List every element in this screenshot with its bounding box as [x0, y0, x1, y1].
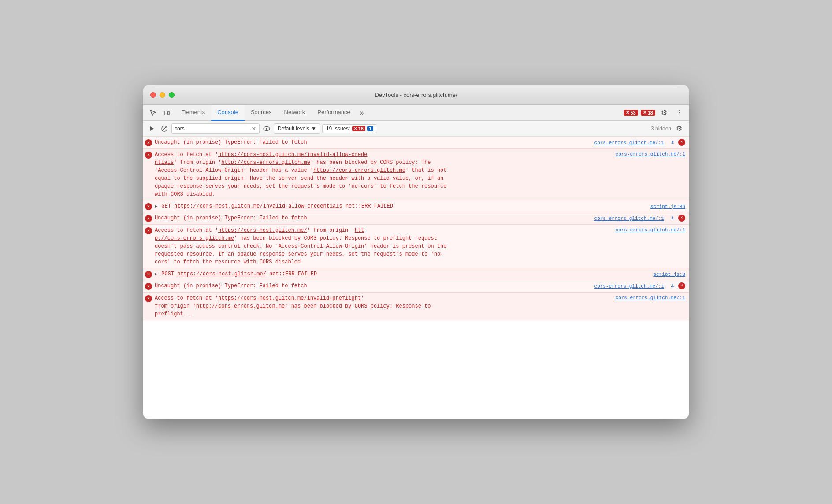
post-link[interactable]: https://cors-host.glitch.me/ — [177, 271, 266, 277]
console-text: ▶ POST https://cors-host.glitch.me/ net:… — [155, 270, 647, 278]
console-source-actions: ⚓ ✕ — [669, 282, 685, 290]
origin-link[interactable]: http://cors-errors.glitch.me — [221, 159, 310, 166]
console-row: ✕ ▶ POST https://cors-host.glitch.me/ ne… — [143, 268, 689, 281]
origin-link-2[interactable]: htt — [355, 227, 364, 233]
issues-badge[interactable]: 19 Issues: ✕ 18 1 — [322, 124, 377, 133]
console-content[interactable]: ✕ Uncaught (in promise) TypeError: Faile… — [143, 137, 689, 419]
warning-badge[interactable]: ✕ 18 — [641, 110, 655, 116]
tab-network[interactable]: Network — [278, 105, 312, 121]
cors-link-2[interactable]: ntials — [155, 159, 174, 166]
anchor-icon[interactable]: ⚓ — [669, 138, 676, 146]
console-row: ✕ Access to fetch at 'https://cors-host.… — [143, 149, 689, 200]
console-row: ✕ ▶ GET https://cors-host.glitch.me/inva… — [143, 200, 689, 213]
expand-button[interactable]: ▶ — [155, 272, 157, 277]
svg-marker-2 — [150, 126, 154, 131]
svg-rect-1 — [168, 112, 170, 114]
console-source[interactable]: script.js:3 — [653, 271, 685, 278]
dismiss-button[interactable]: ✕ — [678, 139, 685, 146]
console-toolbar: ✕ Default levels ▼ 19 Issues: ✕ 18 1 3 h… — [143, 121, 689, 137]
console-source[interactable]: cors-errors.glitch.me/:1 — [594, 283, 664, 290]
tabbar: Elements Console Sources Network Perform… — [143, 105, 689, 121]
console-text: Access to fetch at 'https://cors-host.gl… — [155, 226, 685, 266]
tabbar-right: ✕ 53 ✕ 18 ⚙ ⋮ — [624, 107, 686, 119]
traffic-lights — [150, 92, 175, 98]
issues-error-count: ✕ 18 — [352, 126, 365, 131]
error-icon: ✕ — [145, 283, 152, 290]
value-link[interactable]: https://cors-errors.glitch.me — [313, 167, 405, 174]
console-text: Uncaught (in promise) TypeError: Failed … — [155, 214, 588, 222]
console-text: ▶ GET https://cors-host.glitch.me/invali… — [155, 202, 644, 210]
svg-rect-0 — [164, 111, 168, 115]
dismiss-button[interactable]: ✕ — [678, 215, 685, 222]
error-icon: ✕ — [145, 215, 152, 222]
device-toolbar-button[interactable] — [161, 107, 173, 119]
console-row: ✕ Uncaught (in promise) TypeError: Faile… — [143, 137, 689, 149]
tab-performance[interactable]: Performance — [311, 105, 356, 121]
anchor-icon[interactable]: ⚓ — [669, 282, 676, 290]
tab-sources[interactable]: Sources — [245, 105, 278, 121]
issues-message-count: 1 — [367, 126, 373, 131]
console-source[interactable]: cors-errors.glitch.me/:1 — [594, 139, 664, 147]
console-source[interactable]: script.js:86 — [650, 203, 685, 211]
devtools-window: DevTools - cors-errors.glitch.me/ Elemen… — [143, 85, 689, 419]
minimize-button[interactable] — [160, 92, 165, 98]
filter-input[interactable] — [175, 126, 249, 132]
error-icon: ✕ — [145, 152, 152, 159]
expand-button[interactable]: ▶ — [155, 204, 157, 209]
filter-input-wrap[interactable]: ✕ — [171, 123, 260, 134]
tab-elements[interactable]: Elements — [175, 105, 211, 121]
more-tabs-button[interactable]: » — [357, 105, 368, 121]
error-icon: ✕ — [145, 227, 152, 234]
console-row: ✕ Access to fetch at 'https://cors-host.… — [143, 225, 689, 268]
error-icon: ✕ — [145, 295, 152, 302]
console-row: ✕ Access to fetch at 'https://cors-host.… — [143, 293, 689, 320]
console-text: Uncaught (in promise) TypeError: Failed … — [155, 138, 588, 146]
hidden-label: 3 hidden — [651, 126, 671, 132]
console-text: Uncaught (in promise) TypeError: Failed … — [155, 282, 588, 290]
cors-link-3[interactable]: https://cors-host.glitch.me/ — [218, 227, 307, 233]
run-snippet-button[interactable] — [147, 123, 157, 134]
window-title: DevTools - cors-errors.glitch.me/ — [375, 92, 457, 98]
filter-clear-button[interactable]: ✕ — [251, 126, 256, 132]
titlebar: DevTools - cors-errors.glitch.me/ — [143, 85, 689, 105]
console-source-actions: ⚓ ✕ — [669, 138, 685, 146]
console-text: Access to fetch at 'https://cors-host.gl… — [155, 151, 685, 198]
console-text: Access to fetch at 'https://cors-host.gl… — [155, 294, 685, 318]
clear-console-button[interactable] — [159, 123, 170, 134]
console-settings-button[interactable]: ⚙ — [673, 122, 685, 135]
more-options-button[interactable]: ⋮ — [673, 107, 685, 119]
console-row: ✕ Uncaught (in promise) TypeError: Faile… — [143, 280, 689, 293]
cors-link[interactable]: https://cors-host.glitch.me/invalid-allo… — [218, 152, 367, 158]
maximize-button[interactable] — [169, 92, 175, 98]
origin-link-4[interactable]: http://cors-errors.glitch.me — [196, 303, 285, 309]
console-source-actions: ⚓ ✕ — [669, 214, 685, 222]
error-icon: ✕ — [145, 139, 152, 146]
inspect-element-button[interactable] — [147, 107, 159, 119]
level-select[interactable]: Default levels ▼ — [274, 123, 320, 134]
svg-line-4 — [162, 126, 167, 131]
anchor-icon[interactable]: ⚓ — [669, 214, 676, 222]
console-row: ✕ Uncaught (in promise) TypeError: Faile… — [143, 212, 689, 225]
cors-link-4[interactable]: https://cors-host.glitch.me/invalid-pref… — [218, 295, 361, 301]
origin-link-3[interactable]: p://cors-errors.glitch.me — [155, 235, 234, 241]
settings-button[interactable]: ⚙ — [658, 107, 670, 119]
svg-point-6 — [266, 128, 267, 130]
get-link[interactable]: https://cors-host.glitch.me/invalid-allo… — [174, 203, 342, 209]
eye-button[interactable] — [261, 123, 272, 134]
error-icon: ✕ — [145, 271, 152, 278]
console-source[interactable]: cors-errors.glitch.me/:1 — [594, 215, 664, 222]
close-button[interactable] — [150, 92, 156, 98]
error-badge[interactable]: ✕ 53 — [624, 110, 638, 116]
error-icon: ✕ — [145, 203, 152, 210]
tab-console[interactable]: Console — [211, 105, 245, 121]
dismiss-button[interactable]: ✕ — [678, 282, 685, 289]
